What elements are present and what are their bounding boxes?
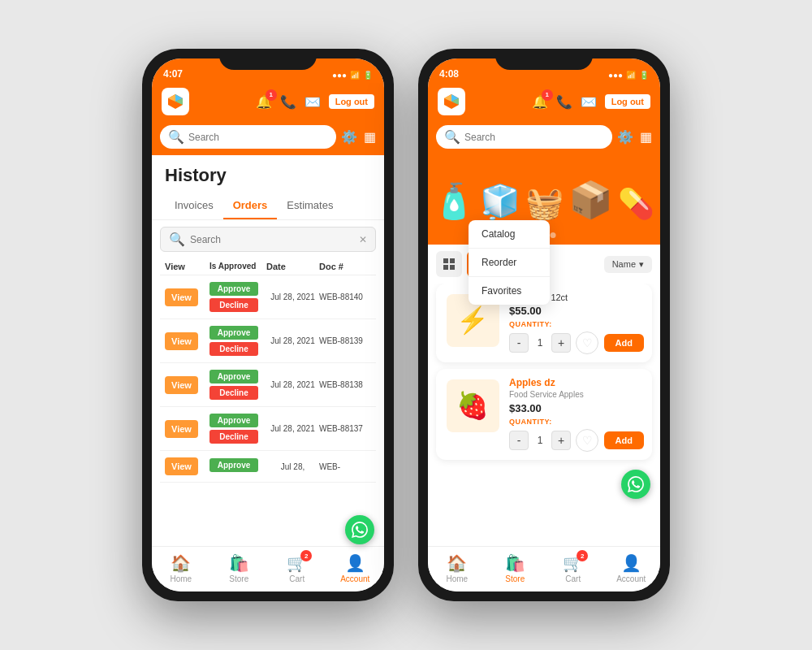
decline-button-2[interactable]: Decline	[209, 342, 258, 356]
view-button-3[interactable]: View	[165, 376, 198, 394]
nav-account-right[interactable]: 👤 Account	[615, 553, 647, 583]
decline-button-3[interactable]: Decline	[209, 386, 258, 400]
tab-estimates[interactable]: Estimates	[277, 193, 343, 219]
sort-select[interactable]: Name ▾	[604, 256, 652, 273]
doc-cell-5: WEB-	[319, 462, 364, 471]
favorite-button-2[interactable]: ♡	[576, 429, 598, 452]
cart-badge-wrap-left: 🛒 2	[287, 553, 307, 573]
signal-icon-right: ●●●	[608, 71, 623, 80]
view-button-5[interactable]: View	[165, 457, 198, 475]
barcode-icon-left[interactable]: ▦	[364, 129, 376, 145]
dropdown-catalog[interactable]: Catalog	[469, 220, 550, 249]
favorite-button-1[interactable]: ♡	[576, 332, 598, 354]
view-button-1[interactable]: View	[165, 288, 198, 306]
screen-content-right: 🔋 🧴 🧊 🧺 📦 💊 🪥	[428, 155, 660, 546]
tab-orders[interactable]: Orders	[223, 193, 278, 219]
search-input-wrap-right[interactable]: 🔍	[436, 125, 612, 149]
nav-cart-right[interactable]: 🛒 2 Cart	[557, 553, 590, 583]
notification-wrap-right[interactable]: 🔔 1	[532, 94, 548, 110]
header-icons-left: 🔔 1 📞 ✉️ Log out	[256, 94, 374, 110]
banner-dot-3[interactable]	[551, 232, 556, 238]
app-logo-right	[438, 88, 465, 115]
grid-view-button[interactable]	[436, 251, 462, 277]
search-input-left[interactable]	[188, 132, 328, 143]
dropdown-reorder[interactable]: Reorder	[469, 249, 550, 277]
approve-button-1[interactable]: Approve	[209, 282, 258, 296]
whatsapp-fab-left[interactable]	[345, 515, 374, 544]
orders-search-row[interactable]: 🔍 ✕	[160, 227, 376, 252]
nav-account-label-right: Account	[616, 574, 646, 583]
add-to-cart-button-2[interactable]: Add	[604, 431, 644, 449]
notification-wrap-left[interactable]: 🔔 1	[256, 94, 272, 110]
quantity-label-2: QUANTITY:	[509, 418, 644, 426]
nav-home-right[interactable]: 🏠 Home	[441, 553, 473, 583]
qty-plus-1[interactable]: +	[551, 333, 571, 353]
phone-icon-right[interactable]: 📞	[556, 94, 572, 110]
date-cell-4: Jul 28, 2021	[266, 424, 319, 433]
view-cell-4: View	[165, 420, 209, 438]
banner-product-5: 📦	[568, 179, 613, 221]
nav-store-right[interactable]: 🛍️ Store	[499, 553, 531, 583]
energy-emoji: ⚡	[456, 305, 489, 336]
date-cell-1: Jul 28, 2021	[266, 292, 319, 301]
table-row: View Approve Jul 28, WEB-	[160, 451, 376, 483]
doc-cell-3: WEB-88138	[319, 380, 364, 389]
nav-cart-left[interactable]: 🛒 2 Cart	[281, 553, 313, 583]
cart-badge-right: 2	[577, 550, 588, 561]
phone-left: 4:07 ●●● 📶 🔋	[142, 49, 394, 601]
nav-store-left[interactable]: 🛍️ Store	[222, 553, 255, 583]
product-info-2: Apples dz Food Service Apples $33.00 QUA…	[509, 377, 644, 452]
approve-button-2[interactable]: Approve	[209, 326, 258, 340]
filter-icon-left[interactable]: ⚙️	[341, 129, 357, 145]
search-input-wrap-left[interactable]: 🔍	[160, 125, 336, 149]
phones-container: 4:07 ●●● 📶 🔋	[142, 49, 670, 601]
approve-button-5[interactable]: Approve	[209, 458, 258, 472]
dropdown-favorites[interactable]: Favorites	[469, 277, 550, 305]
orders-search-input[interactable]	[190, 234, 354, 245]
screen-right: 4:08 ●●● 📶 🔋	[428, 58, 660, 592]
view-button-2[interactable]: View	[165, 332, 198, 350]
col-date: Date	[266, 262, 319, 271]
chevron-down-icon: ▾	[639, 259, 644, 270]
time-left: 4:07	[163, 68, 183, 80]
orders-search-clear[interactable]: ✕	[359, 234, 367, 245]
qty-minus-2[interactable]: -	[509, 431, 529, 450]
nav-home-label-left: Home	[170, 574, 192, 583]
email-icon-right[interactable]: ✉️	[581, 94, 597, 110]
col-doc: Doc #	[319, 262, 364, 271]
search-bar-icons-right: ⚙️ ▦	[617, 129, 652, 145]
qty-plus-2[interactable]: +	[551, 431, 571, 450]
search-bar-right: 🔍 ⚙️ ▦	[428, 120, 660, 155]
view-cell-5: View	[165, 457, 209, 475]
nav-cart-label-right: Cart	[565, 574, 581, 583]
logout-button-right[interactable]: Log out	[605, 94, 650, 109]
view-cell-3: View	[165, 376, 209, 394]
approval-cell-2: Approve Decline	[209, 326, 266, 356]
approve-button-4[interactable]: Approve	[209, 414, 258, 427]
phone-icon-left[interactable]: 📞	[280, 94, 296, 110]
search-input-right[interactable]	[464, 132, 604, 143]
decline-button-4[interactable]: Decline	[209, 430, 258, 444]
barcode-icon-right[interactable]: ▦	[640, 129, 652, 145]
nav-account-left[interactable]: 👤 Account	[339, 553, 371, 583]
qty-row-2: - 1 + ♡ Add	[509, 429, 644, 452]
email-icon-left[interactable]: ✉️	[304, 94, 321, 110]
home-icon-left: 🏠	[171, 553, 191, 573]
date-cell-3: Jul 28, 2021	[266, 380, 319, 389]
qty-minus-1[interactable]: -	[509, 333, 529, 353]
product-name-2: Apples dz	[509, 377, 644, 388]
add-to-cart-button-1[interactable]: Add	[604, 334, 644, 352]
search-icon-left: 🔍	[168, 129, 184, 145]
logout-button-left[interactable]: Log out	[329, 94, 374, 109]
cart-badge-left: 2	[300, 550, 312, 561]
view-button-4[interactable]: View	[165, 420, 198, 438]
filter-icon-right[interactable]: ⚙️	[617, 129, 633, 145]
approve-button-3[interactable]: Approve	[209, 370, 258, 384]
home-icon-right: 🏠	[447, 553, 467, 573]
decline-button-1[interactable]: Decline	[209, 298, 258, 312]
whatsapp-fab-right[interactable]	[621, 470, 650, 499]
table-row: View Approve Decline Jul 28, 2021 WEB-88…	[160, 319, 376, 363]
tab-invoices[interactable]: Invoices	[165, 193, 223, 219]
nav-home-left[interactable]: 🏠 Home	[165, 553, 197, 583]
notification-badge-left: 1	[266, 89, 277, 101]
